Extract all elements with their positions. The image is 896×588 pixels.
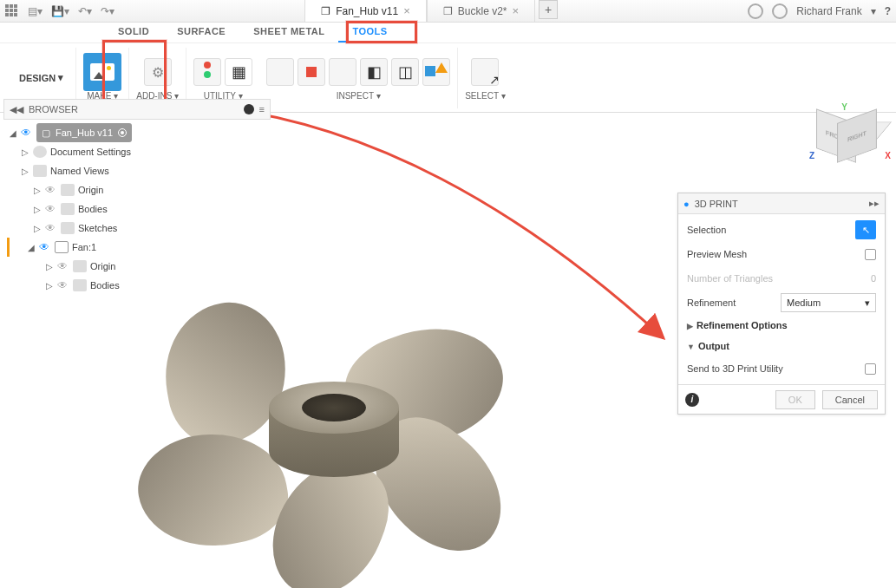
browser-settings-icon[interactable] <box>244 104 254 114</box>
document-tab[interactable]: ❐ Fan_Hub v11 × <box>304 0 427 22</box>
cancel-button[interactable]: Cancel <box>822 390 878 409</box>
ok-button[interactable]: OK <box>775 390 815 409</box>
output-section[interactable]: Output <box>678 336 885 356</box>
triangles-label: Number of Triangles <box>687 273 871 284</box>
folder-icon <box>73 260 87 272</box>
refinement-dropdown[interactable]: Medium▾ <box>781 293 876 312</box>
folder-icon <box>61 222 75 234</box>
refinement-label: Refinement <box>687 297 781 308</box>
component-icon <box>55 241 69 253</box>
ribbon-group-select: SELECT ▾ <box>457 48 513 108</box>
cube-icon: ❐ <box>443 5 453 17</box>
panel-header[interactable]: ● 3D PRINT ▸▸ <box>678 193 885 214</box>
app-grid-icon[interactable] <box>5 4 19 18</box>
folder-icon <box>61 184 75 196</box>
tree-row[interactable]: ▷👁Bodies <box>3 276 271 295</box>
workspace-switcher[interactable]: DESIGN ▾ <box>7 52 75 104</box>
username[interactable]: Richard Frank <box>796 5 861 17</box>
file-icon[interactable]: ▤▾ <box>28 5 43 17</box>
center-of-mass-icon[interactable] <box>422 58 450 86</box>
help-icon[interactable]: ? <box>885 5 891 17</box>
close-icon[interactable]: × <box>403 4 410 17</box>
tree-row[interactable]: ▷Document Settings <box>3 142 271 161</box>
eye-icon[interactable]: 👁 <box>57 279 69 291</box>
ribbon-tab-solid[interactable]: SOLID <box>104 23 163 42</box>
browser-menu-icon[interactable]: ≡ <box>259 104 265 114</box>
user-menu-caret[interactable]: ▾ <box>871 5 876 17</box>
save-icon[interactable]: 💾▾ <box>51 5 69 17</box>
tree-row[interactable]: ▷👁Origin <box>3 180 271 199</box>
eye-icon[interactable]: 👁 <box>21 127 33 139</box>
send-to-utility-label: Send to 3D Print Utility <box>687 363 865 374</box>
eye-icon[interactable]: 👁 <box>45 222 57 234</box>
fan-hub <box>269 382 399 477</box>
selection-picker-button[interactable]: ↖ <box>855 220 876 239</box>
addins-icon[interactable] <box>144 58 172 86</box>
tree-row[interactable]: ▷👁Bodies <box>3 199 271 219</box>
eye-icon[interactable]: 👁 <box>57 260 69 272</box>
notification-icon[interactable] <box>748 3 763 19</box>
info-icon[interactable]: i <box>685 393 699 407</box>
redo-icon[interactable]: ↷▾ <box>101 5 114 17</box>
curvature-icon[interactable] <box>329 58 356 86</box>
ribbon-tab-tools[interactable]: TOOLS <box>338 23 401 42</box>
cube-icon: ❐ <box>321 5 330 17</box>
ribbon-tab-sheetmetal[interactable]: SHEET METAL <box>239 23 338 42</box>
viewport-3d-model[interactable] <box>104 295 520 572</box>
expand-icon[interactable]: ▸▸ <box>869 198 880 209</box>
preview-mesh-checkbox[interactable] <box>865 249 876 260</box>
selection-label: Selection <box>687 225 855 235</box>
dialog-3d-print: ● 3D PRINT ▸▸ Selection ↖ Preview Mesh N… <box>677 193 886 415</box>
eye-icon[interactable]: 👁 <box>45 184 57 196</box>
browser-title: BROWSER <box>29 104 78 114</box>
tree-row[interactable]: ▷👁Origin <box>3 257 271 276</box>
tree-root-label: Fan_Hub v11 <box>56 127 113 138</box>
eye-icon[interactable]: 👁 <box>45 203 57 215</box>
select-icon[interactable] <box>471 58 499 86</box>
job-status-icon[interactable] <box>772 3 788 19</box>
folder-icon <box>61 203 75 215</box>
document-tab-title: Buckle v2* <box>458 5 507 17</box>
measure-icon[interactable] <box>266 58 294 86</box>
preview-mesh-label: Preview Mesh <box>687 249 865 259</box>
activate-radio[interactable] <box>118 128 127 137</box>
section-icon[interactable]: ◫ <box>391 58 419 86</box>
undo-icon[interactable]: ↶▾ <box>78 5 92 17</box>
panel-title: 3D PRINT <box>695 199 738 209</box>
interference-icon[interactable] <box>298 58 325 86</box>
folder-icon <box>33 165 47 177</box>
tree-row[interactable]: ◢👁Fan:1 <box>7 238 271 257</box>
new-tab-button[interactable]: + <box>539 0 558 19</box>
gear-icon <box>33 146 47 158</box>
ribbon-tab-surface[interactable]: SURFACE <box>163 23 239 42</box>
close-icon[interactable]: × <box>513 4 520 17</box>
send-to-utility-checkbox[interactable] <box>865 363 876 375</box>
document-tab-title: Fan_Hub v11 <box>336 5 398 17</box>
refinement-options-section[interactable]: Refinement Options <box>678 315 885 336</box>
component-icon: ▢ <box>42 127 50 139</box>
tree-row[interactable]: ▷Named Views <box>3 161 271 180</box>
triangles-value: 0 <box>871 273 876 284</box>
tree-row[interactable]: ▷👁Sketches <box>3 219 271 238</box>
viewcube[interactable]: Y X Z TOP FRONT RIGHT <box>816 113 886 182</box>
eye-icon[interactable]: 👁 <box>39 241 51 253</box>
document-tab[interactable]: ❐ Buckle v2* × <box>427 0 535 22</box>
browser-header[interactable]: ◀◀ BROWSER ≡ <box>3 99 271 120</box>
utility-icon-1[interactable] <box>193 58 221 86</box>
bullet-icon: ● <box>683 199 690 209</box>
zebra-icon[interactable]: ◧ <box>360 58 388 86</box>
folder-icon <box>73 279 87 291</box>
collapse-icon[interactable]: ◀◀ <box>10 104 23 115</box>
make-3dprint-icon[interactable] <box>83 53 121 91</box>
tree-root-row[interactable]: ◢ 👁 ▢ Fan_Hub v11 <box>3 123 271 142</box>
utility-icon-2[interactable]: ▦ <box>225 58 252 86</box>
